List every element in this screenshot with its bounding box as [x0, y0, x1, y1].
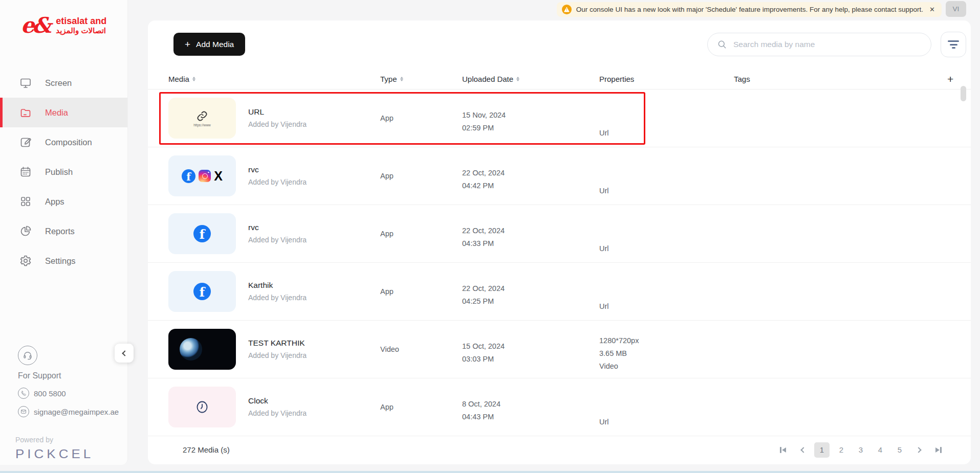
window-bottom-edge — [0, 471, 980, 473]
user-avatar[interactable]: VI — [946, 1, 966, 17]
support-phone-number: 800 5800 — [34, 389, 66, 398]
edit-icon — [19, 136, 32, 148]
column-header-tags: Tags — [734, 75, 947, 83]
media-thumbnail-clock — [168, 387, 236, 427]
media-name: TEST KARTHIK — [248, 337, 380, 349]
column-header-properties: Properties — [599, 75, 734, 83]
table-row-url[interactable]: https://www URL Added by Vijendra App 15… — [148, 89, 971, 147]
media-count: 272 Media (s) — [183, 445, 230, 454]
media-thumbnail-video — [168, 329, 236, 370]
table-row-clock[interactable]: Clock Added by Vijendra App 8 Oct, 20240… — [148, 378, 971, 436]
sidebar-item-media[interactable]: Media — [0, 98, 127, 127]
sidebar-item-screen[interactable]: Screen — [0, 68, 127, 98]
table-row-karthik[interactable]: f Karthik Added by Vijendra App 22 Oct, … — [148, 263, 971, 321]
grid-icon — [19, 195, 32, 208]
folder-icon — [19, 106, 32, 119]
media-added-by: Added by Vijendra — [248, 292, 380, 303]
chevron-left-icon — [122, 350, 127, 356]
media-table: https://www URL Added by Vijendra App 15… — [148, 89, 971, 436]
next-page-button[interactable] — [911, 442, 927, 458]
media-uploaded-date: 8 Oct, 202404:43 PM — [462, 378, 599, 436]
media-added-by: Added by Vijendra — [248, 176, 380, 188]
media-tags — [734, 321, 971, 378]
plus-icon: + — [185, 39, 190, 49]
media-added-by: Added by Vijendra — [248, 408, 380, 419]
page-button-5[interactable]: 5 — [892, 442, 907, 458]
sort-icon[interactable] — [400, 77, 403, 81]
sort-icon[interactable] — [516, 77, 519, 81]
media-properties: Url — [599, 378, 734, 436]
media-tags — [734, 263, 971, 320]
media-tags — [734, 205, 971, 262]
page-button-4[interactable]: 4 — [873, 442, 888, 458]
table-row-rvc[interactable]: f rvc Added by Vijendra App 22 Oct, 2024… — [148, 205, 971, 263]
previous-page-button[interactable] — [795, 442, 810, 458]
media-page: + Add Media MediaTypeUploaded DateProper… — [148, 20, 971, 464]
facebook-icon: f — [182, 169, 195, 183]
media-properties: 1280*720px3.65 MBVideo — [599, 321, 734, 378]
sidebar-collapse-button[interactable] — [115, 344, 134, 363]
last-page-button[interactable] — [931, 442, 946, 458]
column-header-type[interactable]: Type — [380, 75, 462, 83]
support-section: For Support 800 5800 signage@megaimpex.a… — [18, 346, 119, 417]
media-type: Video — [380, 321, 462, 378]
column-header-media[interactable]: Media — [168, 75, 380, 83]
scrollbar-thumb[interactable] — [961, 86, 966, 101]
sort-icon[interactable] — [192, 77, 195, 81]
media-uploaded-date: 15 Oct, 202403:03 PM — [462, 321, 599, 378]
sidebar-item-label: Screen — [45, 78, 72, 88]
media-thumbnail-facebook: f — [168, 271, 236, 312]
sidebar-item-settings[interactable]: Settings — [0, 246, 127, 276]
media-type: App — [380, 378, 462, 436]
x-twitter-icon: X — [214, 170, 223, 183]
media-tags — [734, 89, 971, 147]
sidebar-item-label: Apps — [45, 197, 64, 207]
media-type: App — [380, 205, 462, 262]
sidebar-item-publish[interactable]: Publish — [0, 157, 127, 187]
table-header: MediaTypeUploaded DatePropertiesTags+ — [148, 69, 971, 89]
media-properties: Url — [599, 89, 734, 147]
support-email: signage@megaimpex.ae — [18, 406, 119, 417]
page-button-1[interactable]: 1 — [814, 442, 830, 458]
media-thumbnail-social-apps: f X — [168, 155, 236, 196]
sidebar-item-label: Composition — [45, 138, 92, 147]
sidebar-nav: Screen Media Composition Publish Apps Re… — [0, 68, 127, 276]
column-label: Tags — [734, 75, 750, 83]
sidebar-item-apps[interactable]: Apps — [0, 187, 127, 216]
first-page-button[interactable] — [775, 442, 791, 458]
gear-icon — [19, 255, 32, 267]
search-input[interactable] — [733, 40, 922, 49]
thumbnail-caption: https://www — [193, 123, 211, 127]
phone-icon — [18, 388, 29, 399]
filter-button[interactable] — [941, 32, 966, 57]
close-icon[interactable]: ✕ — [929, 6, 935, 13]
page-button-3[interactable]: 3 — [853, 442, 868, 458]
link-icon — [196, 110, 208, 122]
email-icon — [18, 406, 29, 417]
media-thumbnail-url-link: https://www — [168, 98, 236, 139]
table-row-rvc[interactable]: f X rvc Added by Vijendra App 22 Oct, 20… — [148, 147, 971, 205]
pickcel-logo: PICKCEL — [15, 446, 94, 461]
media-uploaded-date: 22 Oct, 202404:33 PM — [462, 205, 599, 262]
table-footer: 272 Media (s) 12345 — [148, 435, 971, 464]
media-tags — [734, 147, 971, 205]
add-media-button[interactable]: + Add Media — [173, 33, 245, 56]
media-name: Karthik — [248, 280, 380, 291]
table-row-test-karthik[interactable]: TEST KARTHIK Added by Vijendra Video 15 … — [148, 321, 971, 378]
etisalat-logo: e& etisalat and اتصالات والمزيد — [0, 15, 127, 36]
column-header-uploaded-date[interactable]: Uploaded Date — [462, 75, 599, 83]
warning-icon: ! — [562, 5, 572, 14]
media-added-by: Added by Vijendra — [248, 119, 380, 130]
column-label: Properties — [599, 75, 634, 83]
add-column-button[interactable]: + — [947, 73, 971, 85]
media-type: App — [380, 263, 462, 320]
media-properties: Url — [599, 147, 734, 205]
sidebar-item-reports[interactable]: Reports — [0, 216, 127, 246]
sidebar-item-composition[interactable]: Composition — [0, 127, 127, 157]
page-button-2[interactable]: 2 — [834, 442, 849, 458]
media-name: rvc — [248, 164, 380, 175]
media-added-by: Added by Vijendra — [248, 350, 380, 361]
powered-by: Powered by PICKCEL — [15, 436, 94, 462]
facebook-icon: f — [193, 225, 211, 242]
etisalat-logo-text: etisalat and — [56, 16, 106, 26]
